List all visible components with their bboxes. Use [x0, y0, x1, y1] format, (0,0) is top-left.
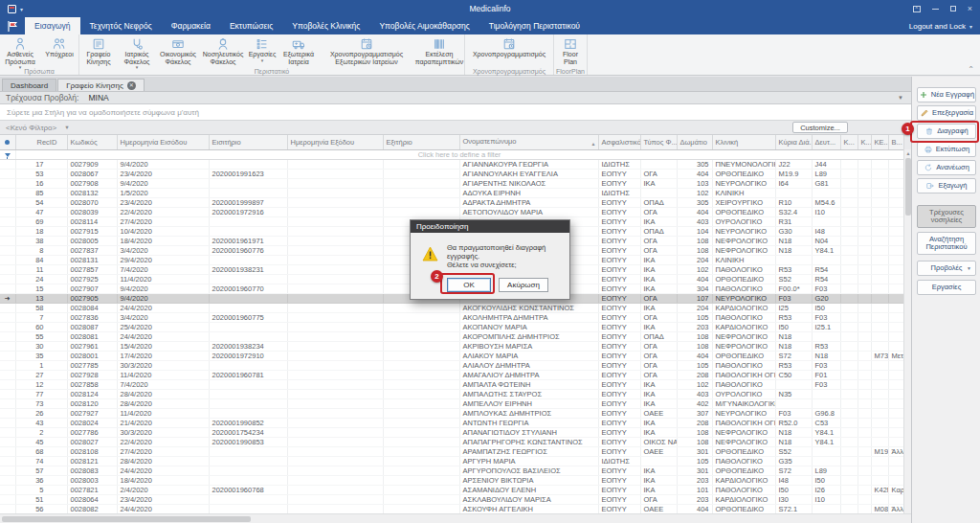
table-row[interactable]: 8500281321/5/2020ΑΔΟΥΚΑ ΕΙΡΗΝΗΙΔΙΩΤΗΣ102…: [0, 188, 903, 197]
column-header-Ημερομηνία Εξόδου[interactable]: Ημερομηνία Εξόδου: [287, 135, 383, 149]
ribbon-button-Εκτέλεση παραπεμπτικών[interactable]: Εκτέλεση παραπεμπτικών: [414, 35, 464, 68]
column-header-Ημερομηνία Εισόδου[interactable]: Ημερομηνία Εισόδου: [117, 135, 209, 149]
dialog-title[interactable]: Προειδοποίηση: [411, 220, 569, 233]
maximize-button[interactable]: [950, 6, 956, 11]
group-by-panel[interactable]: Σύρετε μια Στήλη για να ομαδοποιήσετε σύ…: [0, 104, 911, 121]
view-dropdown-icon[interactable]: ▼: [898, 95, 903, 101]
table-row[interactable]: 45002802722/4/20202020001990853ΑΠΑΠΑΓΡΗΓ…: [0, 437, 903, 446]
logout-and-lock-button[interactable]: Logout and Lock ▾: [909, 17, 972, 34]
sidebar-button-Εργασίες[interactable]: Εργασίες: [917, 280, 976, 295]
quick-access-toolbar[interactable]: ▾: [0, 5, 23, 13]
table-row[interactable]: 1700279099/4/2020ΑΓΙΑΝΝΑΚΟΥΡΑ ΓΕΩΡΓΙΑΙΔΙ…: [0, 159, 903, 169]
table-row[interactable]: 74002812128/4/2020ΑΡΓΥΡΗ ΜΑΡΙΑΙΔΙΩΤΗΣ105…: [0, 456, 903, 466]
minimize-button[interactable]: [932, 9, 939, 10]
ribbon-button-Οικονομικός Φάκελος[interactable]: Οικονομικός Φάκελος: [156, 35, 200, 68]
column-header-Β...[interactable]: Β...: [888, 135, 903, 149]
ribbon-button-Γραφείο Κίνησης[interactable]: Γραφείο Κίνησης: [79, 35, 118, 68]
sidebar-button-Προβολές[interactable]: Προβολές▼: [917, 261, 976, 276]
column-header-Ασφαλιστικό...[interactable]: Ασφαλιστικό...: [598, 135, 640, 149]
current-view-value[interactable]: MINA: [78, 93, 108, 102]
doc-tab-Γραφείο Κίνησης[interactable]: Γραφείο Κίνησης✕: [57, 79, 145, 91]
column-header-Κ...[interactable]: Κ...: [840, 135, 858, 149]
table-row[interactable]: 56002808224/4/2020ΑΣΚΟΥΦΗ ΑΓΓΕΛΙΚΗΕΟΠΥΥΟ…: [0, 504, 903, 513]
ribbon-button-Χρονοπρογραμματισμός[interactable]: Χρονοπρογραμματισμός: [465, 35, 553, 68]
table-row[interactable]: 700278363/4/20202020001960775ΑΚΟΛΗΜΗΤΡΑ …: [0, 312, 903, 322]
customize-button[interactable]: Customize...: [792, 122, 848, 133]
ribbon-tab-Υποβολές Αιμοκάθαρσης[interactable]: Υποβολές Αιμοκάθαρσης: [369, 17, 479, 34]
table-row[interactable]: 73002812028/4/2020ΑΜΠΕΛΛΟΥ ΕΙΡΗΝΗΕΟΠΥΥΙΚ…: [0, 398, 903, 408]
ribbon-tab-Τεχνητός Νεφρός[interactable]: Τεχνητός Νεφρός: [80, 17, 162, 34]
ribbon-button-Υπόχρεοι[interactable]: Υπόχρεοι: [40, 35, 78, 68]
table-row[interactable]: 77002812428/4/2020ΑΜΠΑΛΩΤΗΣ ΣΤΑΥΡΟΣΕΟΠΥΥ…: [0, 389, 903, 398]
column-header-Δωμάτιο[interactable]: Δωμάτιο: [677, 135, 712, 149]
horizontal-scrollbar[interactable]: [0, 513, 911, 523]
doc-tab-Dashboard[interactable]: Dashboard: [2, 79, 56, 91]
table-row[interactable]: 1002778530/3/2020ΑΛΙΑΛΟΥ ΔΗΜΗΤΡΑΕΟΠΥΥΟΓΑ…: [0, 360, 903, 370]
cancel-button[interactable]: Ακύρωση: [499, 278, 548, 292]
table-row[interactable]: 47002803922/4/20202020001972916ΑΕΤΟΠΟΥΛΙ…: [0, 207, 903, 216]
column-header-Κωδικός[interactable]: Κωδικός: [67, 135, 117, 149]
chevron-down-icon[interactable]: ▼: [967, 264, 971, 272]
ribbon-button-Νοσηλευτικός Φάκελος[interactable]: Νοσηλευτικός Φάκελος: [200, 35, 246, 68]
table-row[interactable]: 60002808725/4/2020ΑΚΟΠΑΝΟΥ ΜΑΡΙΑΕΟΠΥΥΙΚΑ…: [0, 322, 903, 331]
table-row[interactable]: 58002808424/4/2020ΑΚΟΓΚΟΥΛΙΔΗΣ ΚΩΝΣΤΑΝΤΙ…: [0, 303, 903, 312]
sidebar-button-Εκτύπωση[interactable]: Εκτύπωση: [917, 142, 976, 157]
ribbon-tab-Φαρμακεία[interactable]: Φαρμακεία: [162, 17, 220, 34]
file-menu-button[interactable]: [0, 17, 25, 34]
table-row[interactable]: 53002806723/4/20202020001991623ΑΓΙΑΝΝΟΥΛ…: [0, 169, 903, 178]
column-header-Τύπος Φ...[interactable]: Τύπος Φ...: [640, 135, 677, 149]
column-header-Ονοματεπώνυμο[interactable]: Ονοματεπώνυμο▲: [459, 135, 598, 149]
ribbon-collapse-icon[interactable]: ⌃: [968, 65, 974, 74]
empty-filter-chip[interactable]: <Κενό Φίλτρο>: [0, 124, 56, 132]
ribbon-tab-Υποβολές Κλινικής[interactable]: Υποβολές Κλινικής: [282, 17, 369, 34]
chevron-down-icon[interactable]: ▼: [64, 125, 69, 130]
filter-hint[interactable]: Click here to define a filter: [15, 149, 903, 159]
table-row[interactable]: 1200278587/4/2020ΑΜΠΑΛΤΑ ΦΩΤΕΙΝΗΕΟΠΥΥΙΚΑ…: [0, 379, 903, 389]
table-row[interactable]: 2002778630/3/20202020001754234ΑΠΑΝΑΓΙΩΤΙ…: [0, 427, 903, 437]
close-button[interactable]: ×: [968, 0, 972, 17]
table-row[interactable]: 35002800117/4/20202020001972910ΑΛΙΑΚΟΥ Μ…: [0, 351, 903, 360]
qat-caret-icon[interactable]: ▾: [20, 6, 23, 12]
table-row[interactable]: 30002796115/4/20202020001938234ΑΚΡΙΒΟΥΣΗ…: [0, 341, 903, 351]
ribbon-button-Floor Plan[interactable]: Floor Plan: [554, 35, 587, 68]
table-row[interactable]: 1600279089/4/2020ΑΓΙΑΡΕΝΤΗΣ ΝΙΚΟΛΑΟΣΕΟΠΥ…: [0, 178, 903, 188]
column-header-RecID[interactable]: RecID: [15, 135, 67, 149]
column-header-Κλινική[interactable]: Κλινική: [712, 135, 775, 149]
column-header-Εξιτήριο[interactable]: Εξιτήριο: [383, 135, 459, 149]
close-tab-icon[interactable]: ✕: [127, 81, 136, 90]
ribbon-tab-Εκτυπώσεις[interactable]: Εκτυπώσεις: [220, 17, 282, 34]
table-row[interactable]: 68002810827/4/2020ΑΡΑΜΠΑΤΖΗΣ ΓΕΩΡΓΙΟΣΕΟΠ…: [0, 446, 903, 456]
grid-filter-row[interactable]: Click here to define a filter: [0, 149, 903, 159]
table-row[interactable]: 36002800318/4/2020ΑΡΣΕΝΙΟΥ ΒΙΚΤΩΡΙΑΕΟΠΥΥ…: [0, 475, 903, 485]
horizontal-scroll-thumb[interactable]: [2, 516, 251, 522]
column-header-Εισιτήριο[interactable]: Εισιτήριο: [209, 135, 287, 149]
table-row[interactable]: 51002806423/4/2020ΑΣΚΛΑΒΟΥΛΙΔΟΥ ΜΑΡΙΣΑΕΟ…: [0, 494, 903, 504]
column-header-Κ...[interactable]: Κ...: [858, 135, 871, 149]
table-row[interactable]: 500278212/4/20202020001960768ΑΣΑΜΑΝΙΔΟΥ …: [0, 485, 903, 494]
ribbon-button-Ιατρικός Φάκελος[interactable]: Ιατρικός Φάκελος▾: [118, 35, 156, 68]
table-row[interactable]: 27002792811/4/20202020001960781ΑΜΑΓΑΛΙΟΥ…: [0, 370, 903, 379]
sidebar-button-Αναζήτηση Περιστατικού[interactable]: Αναζήτηση Περιστατικού: [917, 232, 976, 255]
sidebar-button-Επεξεργασία[interactable]: Επεξεργασία: [917, 105, 976, 121]
ribbon-options-button[interactable]: ^: [913, 6, 921, 12]
column-header-ΚΕ...[interactable]: ΚΕ...: [871, 135, 888, 149]
patients-grid[interactable]: RecIDΚωδικόςΗμερομηνία ΕισόδουΕισιτήριοΗ…: [0, 135, 903, 513]
sidebar-button-Νέα Εγγραφή[interactable]: Νέα Εγγραφή: [917, 87, 976, 102]
table-row[interactable]: 43002802421/4/20202020001990852ΑΝΤΩΝΤΗ Γ…: [0, 418, 903, 427]
ribbon-button-Εργασίες[interactable]: Εργασίες▾: [246, 35, 278, 68]
sidebar-button-Τρέχουσες νοσηλείες[interactable]: Τρέχουσες νοσηλείες: [917, 205, 976, 228]
table-row[interactable]: 57002808324/4/2020ΑΡΓΥΡΟΠΟΥΛΟΣ ΒΑΣΙΛΕΙΟΣ…: [0, 466, 903, 475]
table-row[interactable]: 55002808124/4/2020ΑΚΟΡΟΜΠΙΛΗΣ ΔΗΜΗΤΡΙΟΣΕ…: [0, 331, 903, 341]
column-header-Δευτ...[interactable]: Δευτ...: [812, 135, 840, 149]
ribbon-button-Ασθενείς Πρόσωπα[interactable]: Ασθενείς Πρόσωπα▾: [0, 35, 40, 68]
table-row[interactable]: 54002807023/4/20202020001999897ΑΔΡΑΚΤΑ Δ…: [0, 197, 903, 207]
table-row[interactable]: 26002792711/4/2020ΑΜΠΛΟΥΚΑΣ ΔΗΜΗΤΡΙΟΣΕΟΠ…: [0, 408, 903, 418]
sidebar-button-Εξαγωγή[interactable]: Εξαγωγή: [917, 178, 976, 193]
sidebar-button-Ανανέωση[interactable]: Ανανέωση: [917, 160, 976, 175]
ribbon-button-Χρονοπρογραμματισμός Εξωτερικών Ιατρείων[interactable]: Χρονοπρογραμματισμός Εξωτερικών Ιατρείων: [319, 35, 414, 68]
column-header-Κύρια Διά...[interactable]: Κύρια Διά...: [775, 135, 812, 149]
ribbon-tab-Εισαγωγή[interactable]: Εισαγωγή: [25, 17, 80, 34]
vertical-scrollbar[interactable]: ▲: [903, 149, 911, 513]
ribbon-tab-Τιμολόγηση Περιστατικού[interactable]: Τιμολόγηση Περιστατικού: [479, 17, 590, 34]
ribbon-button-Εξωτερικά Ιατρεία[interactable]: Εξωτερικά Ιατρεία: [278, 35, 319, 68]
